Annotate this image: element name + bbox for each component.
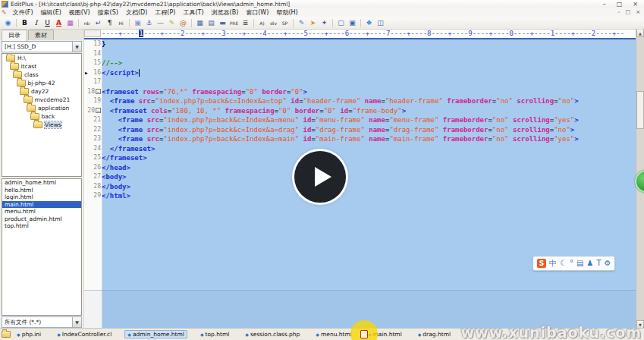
fold-collapse-icon[interactable]: – bbox=[96, 108, 101, 113]
keyboard-icon[interactable]: ▤ bbox=[576, 257, 583, 269]
chevron-down-icon[interactable]: ▼ bbox=[72, 317, 81, 327]
window-panel-icon[interactable]: ▣ bbox=[347, 18, 357, 28]
bold-button[interactable]: B bbox=[20, 18, 30, 28]
editor-tab[interactable]: ◆IndexController.cl bbox=[54, 330, 115, 338]
file-item[interactable]: admin_home.html bbox=[2, 179, 81, 187]
code-line[interactable]: 27<body> bbox=[84, 172, 644, 182]
menu-item-9[interactable]: 窗口(W) bbox=[242, 8, 272, 17]
minimize-button[interactable]: – bbox=[603, 1, 606, 8]
code-line[interactable]: 14 bbox=[84, 49, 644, 59]
span-tag-button[interactable]: SP bbox=[280, 18, 290, 28]
wrench-icon[interactable]: ⚙ bbox=[605, 257, 611, 269]
code-line[interactable]: 20– <frameset cols="180, 10, *" framespa… bbox=[84, 106, 644, 116]
scroll-up-arrow[interactable]: ▲ bbox=[636, 29, 644, 37]
email-icon[interactable]: @ bbox=[178, 18, 188, 28]
menu-item-1[interactable]: 文件(F) bbox=[9, 8, 37, 17]
maximize-button[interactable]: □ bbox=[617, 1, 623, 8]
tab-directory[interactable]: 目录 bbox=[2, 30, 27, 41]
table-cell-icon[interactable]: ▤ bbox=[206, 18, 216, 28]
chinese-mode-icon[interactable]: 中 bbox=[549, 257, 557, 269]
file-item[interactable]: hello.html bbox=[2, 187, 81, 194]
scrollbar-thumb[interactable] bbox=[636, 91, 644, 129]
file-item[interactable]: product_admin.html bbox=[2, 216, 81, 223]
editor-tab[interactable]: ◆drag.html bbox=[415, 330, 454, 338]
code-line[interactable]: 18–<frameset rows="76,*" framespacing="0… bbox=[84, 87, 644, 97]
palette-icon[interactable]: ▦ bbox=[65, 18, 75, 28]
drive-selector[interactable]: [H:] SSD_D ▼ bbox=[2, 41, 82, 52]
mdi-restore-button[interactable]: □ bbox=[626, 9, 631, 15]
mdi-minimize-button[interactable]: – bbox=[617, 9, 620, 15]
div-tag-button[interactable]: div bbox=[269, 18, 278, 28]
file-item[interactable]: main.html bbox=[2, 201, 81, 209]
highlight-pen-icon[interactable]: ✎ bbox=[167, 18, 177, 28]
frame-view-icon[interactable]: ◫ bbox=[375, 18, 385, 28]
code-area[interactable]: 13}1415//-->▶16</script>1718–<frameset r… bbox=[84, 39, 644, 329]
tree-item[interactable]: day22 bbox=[2, 87, 81, 96]
user-icon[interactable]: ♟ bbox=[586, 257, 593, 269]
mdi-close-button[interactable]: × bbox=[636, 9, 640, 15]
table-row-icon[interactable]: ▬ bbox=[218, 18, 228, 28]
image-icon[interactable]: ▣ bbox=[133, 18, 143, 28]
browser-preview-icon[interactable]: ◉ bbox=[3, 18, 13, 28]
editor-tab[interactable]: ◆session.class.php bbox=[242, 330, 303, 338]
file-filter-selector[interactable]: 所有文件 (*.*) ▼ bbox=[2, 316, 82, 328]
menu-item-7[interactable]: 工具(T) bbox=[179, 8, 207, 17]
moon-icon[interactable]: ☾ bbox=[560, 257, 567, 269]
menu-item-3[interactable]: 视图(V) bbox=[65, 8, 94, 17]
font-tag-button[interactable]: A) bbox=[257, 18, 267, 28]
punctuation-icon[interactable]: ° bbox=[570, 257, 573, 269]
code-line[interactable]: ▶16</script> bbox=[84, 68, 644, 78]
code-line[interactable]: 13} bbox=[84, 39, 644, 49]
italic-button[interactable]: I bbox=[31, 18, 41, 28]
tab-cliptext[interactable]: 素材 bbox=[28, 30, 54, 40]
tree-item[interactable]: application bbox=[2, 104, 81, 112]
editor-pane[interactable]: ----+----1----+----2----+----3----+----4… bbox=[84, 29, 644, 329]
code-line[interactable]: 28</body> bbox=[84, 182, 644, 192]
paragraph-button[interactable]: ¶ bbox=[105, 18, 115, 28]
code-line[interactable]: 19 <frame src="index.php?p=back&c=Index&… bbox=[84, 96, 644, 106]
code-line[interactable]: 23 <frame src="index.php?p=back&c=Index&… bbox=[84, 134, 644, 144]
code-line[interactable]: 26</head> bbox=[84, 163, 644, 173]
pre-tag-button[interactable]: PRE bbox=[229, 18, 239, 28]
edit-script-icon[interactable]: ✎ bbox=[297, 18, 306, 28]
chevron-down-icon[interactable]: ▼ bbox=[72, 42, 81, 52]
code-line[interactable]: 15//--> bbox=[84, 58, 644, 68]
window-split-icon[interactable]: ▢ bbox=[336, 18, 346, 28]
table-icon[interactable]: ▦ bbox=[195, 18, 205, 28]
tree-item[interactable]: bj-php-42 bbox=[2, 79, 81, 87]
list-icon[interactable]: ≣ bbox=[240, 18, 250, 28]
input-method-bar[interactable]: S中☾°▤♟T⚙ bbox=[532, 256, 615, 271]
editor-tab[interactable]: ◆php.ini bbox=[14, 330, 44, 338]
hr-icon[interactable]: — bbox=[156, 18, 165, 28]
editor-tab[interactable]: ◆admin_home.html bbox=[124, 330, 187, 338]
tree-item[interactable]: mvcdemo21 bbox=[2, 96, 81, 104]
code-line[interactable]: 29</html> bbox=[84, 191, 644, 201]
close-button[interactable]: × bbox=[633, 1, 638, 8]
menu-item-10[interactable]: 帮助(H) bbox=[272, 8, 301, 17]
anchor-icon[interactable]: ⚓ bbox=[144, 18, 154, 28]
code-line[interactable]: 25</frameset> bbox=[84, 153, 644, 163]
underline-button[interactable]: U bbox=[42, 18, 52, 28]
menu-item-6[interactable]: 工程(P) bbox=[151, 8, 179, 17]
nbsp-button[interactable]: nb bbox=[82, 18, 92, 28]
code-line[interactable]: 21 <frame src="index.php?p=back&c=Index&… bbox=[84, 115, 644, 125]
windows-logo-icon[interactable]: ❖ bbox=[364, 18, 374, 28]
swoosh-icon[interactable]: ➤ bbox=[308, 18, 318, 28]
skin-icon[interactable]: T bbox=[596, 257, 601, 269]
sogou-logo-icon[interactable]: S bbox=[537, 259, 546, 268]
editor-tab[interactable]: ◆top.html bbox=[197, 330, 232, 338]
line-break-button[interactable]: ↵ bbox=[93, 18, 103, 28]
code-line[interactable]: 24 </frameset> bbox=[84, 144, 644, 154]
tree-item[interactable]: back bbox=[2, 112, 81, 121]
menu-item-4[interactable]: 搜索(S) bbox=[94, 8, 122, 17]
editor-tab[interactable]: ◆menu.html bbox=[313, 330, 355, 338]
menu-item-5[interactable]: 文档(D) bbox=[122, 8, 151, 17]
tree-item[interactable]: Views bbox=[2, 121, 81, 129]
file-item[interactable]: menu.html bbox=[2, 208, 81, 216]
fold-collapse-icon[interactable]: – bbox=[96, 89, 101, 94]
file-item[interactable]: login.html bbox=[2, 194, 81, 201]
code-line[interactable]: 22 <frame src="index.php?p=back&c=Index&… bbox=[84, 125, 644, 135]
menu-item-2[interactable]: 编辑(E) bbox=[37, 8, 65, 17]
menu-item-8[interactable]: 浏览器(B) bbox=[208, 8, 243, 17]
font-color-button[interactable]: A bbox=[54, 18, 64, 28]
